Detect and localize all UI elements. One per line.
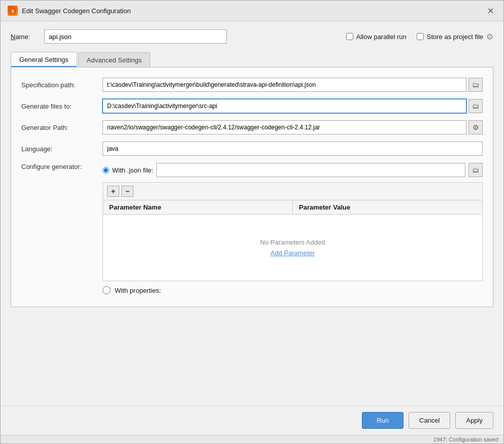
json-file-radio[interactable]	[103, 167, 109, 174]
allow-parallel-label: Allow parallel run	[356, 33, 407, 41]
generate-files-label: Generate files to:	[21, 103, 103, 110]
json-file-folder-button[interactable]: 🗂	[468, 163, 483, 177]
add-param-button[interactable]: +	[107, 186, 119, 197]
allow-parallel-item: Allow parallel run	[346, 33, 407, 41]
generate-files-folder-button[interactable]: 🗂	[468, 99, 483, 113]
folder-icon-3: 🗂	[472, 166, 479, 174]
close-button[interactable]: ✕	[484, 5, 496, 17]
apply-button[interactable]: Apply	[455, 412, 493, 429]
params-section: + − Parameter Name Parameter Value No Pa…	[103, 182, 483, 281]
spec-path-input-container: 🗂	[103, 78, 483, 92]
params-table-body: No Parameters Added Add Parameter	[103, 215, 482, 281]
language-input[interactable]	[103, 142, 483, 156]
generator-path-label: Generator Path:	[21, 124, 103, 131]
spec-path-input[interactable]	[103, 78, 466, 92]
status-bar: 1947: Configuration saved	[1, 435, 503, 443]
app-icon: S	[8, 6, 18, 16]
generator-path-row: Generator Path: ⚙	[21, 120, 483, 134]
store-project-label: Store as project file	[427, 33, 483, 41]
with-properties-radio[interactable]	[103, 286, 111, 294]
svg-text:S: S	[11, 9, 14, 14]
generator-path-gear-button[interactable]: ⚙	[468, 120, 483, 134]
params-table: Parameter Name Parameter Value No Parame…	[103, 200, 483, 281]
spec-path-label: Specification path:	[21, 81, 103, 89]
json-file-input[interactable]	[156, 163, 465, 177]
name-label: Name:	[11, 33, 36, 41]
generate-files-input[interactable]	[103, 99, 466, 113]
store-project-gear-icon[interactable]: ⚙	[486, 32, 493, 42]
dialog-body: Name: Allow parallel run Store as projec…	[1, 21, 503, 405]
params-table-header: Parameter Name Parameter Value	[103, 200, 482, 215]
checkbox-group: Allow parallel run Store as project file…	[346, 32, 493, 42]
language-label: Language:	[21, 145, 103, 153]
configure-label: Configure generator:	[21, 163, 103, 170]
spec-path-row: Specification path: 🗂	[21, 78, 483, 92]
dialog-title: Edit Swagger Codegen Configuration	[22, 7, 480, 15]
allow-parallel-checkbox[interactable]	[346, 33, 353, 40]
add-param-link[interactable]: Add Parameter	[271, 249, 315, 257]
tab-advanced[interactable]: Advanced Settings	[78, 52, 150, 67]
json-file-label: With .json file:	[112, 166, 153, 174]
gear-icon: ⚙	[473, 123, 479, 131]
language-row: Language:	[21, 142, 483, 156]
name-row: Name: Allow parallel run Store as projec…	[11, 29, 493, 44]
tab-bar: General Settings Advanced Settings	[11, 52, 493, 67]
spec-path-folder-button[interactable]: 🗂	[468, 78, 483, 92]
generate-files-input-container: 🗂	[103, 99, 483, 113]
with-properties-label: With properties:	[115, 287, 161, 294]
name-input[interactable]	[44, 29, 227, 44]
configure-row: Configure generator: With .json file: 🗂	[21, 163, 483, 294]
general-settings-panel: Specification path: 🗂 Generate files to:	[11, 67, 493, 307]
language-input-container	[103, 142, 483, 156]
json-file-row: With .json file: 🗂	[103, 163, 483, 177]
generator-path-input-container: ⚙	[103, 120, 483, 134]
edit-swagger-dialog: S Edit Swagger Codegen Configuration ✕ N…	[0, 0, 504, 444]
generate-files-row: Generate files to: 🗂	[21, 99, 483, 113]
param-name-header: Parameter Name	[103, 200, 293, 214]
generator-path-input[interactable]	[103, 120, 466, 134]
params-toolbar: + −	[103, 182, 483, 200]
remove-param-button[interactable]: −	[121, 186, 133, 197]
folder-icon-2: 🗂	[472, 102, 479, 110]
no-params-message: No Parameters Added	[260, 238, 325, 246]
run-button[interactable]: Run	[362, 412, 404, 429]
dialog-footer: Run Cancel Apply	[1, 405, 503, 435]
store-project-checkbox[interactable]	[417, 33, 424, 40]
title-bar: S Edit Swagger Codegen Configuration ✕	[1, 1, 503, 21]
store-project-item: Store as project file ⚙	[417, 32, 493, 42]
configure-content: With .json file: 🗂 + −	[103, 163, 483, 294]
tab-general[interactable]: General Settings	[11, 52, 77, 67]
status-text: 1947: Configuration saved	[433, 436, 498, 442]
with-properties-row: With properties:	[103, 286, 483, 294]
param-value-header: Parameter Value	[293, 200, 482, 214]
folder-icon: 🗂	[472, 81, 479, 89]
tab-container: General Settings Advanced Settings Speci…	[11, 52, 493, 307]
cancel-button[interactable]: Cancel	[409, 412, 450, 429]
